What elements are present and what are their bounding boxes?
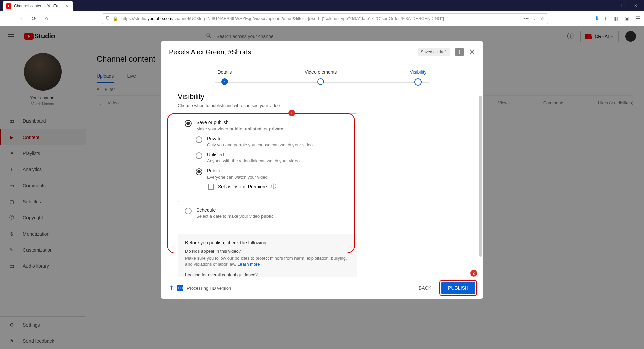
radio-icon <box>185 208 192 214</box>
sidebar-icon[interactable]: ▥ <box>613 15 619 22</box>
home-icon[interactable]: ⌂ <box>42 15 50 23</box>
scrollbar[interactable] <box>479 96 482 257</box>
premiere-label: Set as instant Premiere <box>218 184 267 189</box>
send-feedback-icon[interactable]: ! <box>455 48 464 56</box>
upload-status: ⬆ HD Processing HD version <box>169 284 231 292</box>
modal-body: Visibility Choose when to publish and wh… <box>161 89 483 277</box>
new-tab-button[interactable]: + <box>76 3 80 10</box>
radio-icon <box>196 152 202 159</box>
step-label: Details <box>217 69 232 75</box>
annotation-callout-2: 2 <box>470 270 477 277</box>
shield-icon[interactable]: ⛉ <box>106 16 110 21</box>
checkbox-icon <box>208 184 214 190</box>
reload-icon[interactable]: ⟳ <box>30 15 38 23</box>
premiere-checkbox-row[interactable]: Set as instant Premiere ⓘ <box>208 183 350 190</box>
maximize-icon[interactable]: ❐ <box>621 3 625 8</box>
radio-desc: Select a date to make your video public <box>196 214 350 219</box>
minimize-icon[interactable]: — <box>607 3 611 8</box>
info-question-1: Do kids appear in this video? <box>185 249 350 254</box>
window-titlebar: Channel content - YouTube Stu ✕ + — ❐ ✕ <box>0 0 644 11</box>
close-window-icon[interactable]: ✕ <box>634 3 637 8</box>
modal-title: Pexels Alex Green, #Shorts <box>169 48 418 56</box>
step-label: Video elements <box>305 69 337 75</box>
annotation-callout-1: 1 <box>288 110 295 116</box>
modal-footer: ⬆ HD Processing HD version BACK 2 PUBLIS… <box>161 277 483 299</box>
upload-modal: Pexels Alex Green, #Shorts Saved as draf… <box>161 41 483 299</box>
step-circle-icon <box>317 78 324 85</box>
bookmark-icon[interactable]: ☆ <box>540 16 544 21</box>
account-icon[interactable]: ◉ <box>625 15 629 22</box>
publish-button[interactable]: PUBLISH <box>441 282 475 294</box>
lock-icon[interactable]: 🔒 <box>113 16 118 21</box>
window-controls: — ❐ ✕ <box>607 0 644 11</box>
modal-header: Pexels Alex Green, #Shorts Saved as draf… <box>161 41 483 63</box>
stepper: Details Video elements Visibility <box>161 63 483 89</box>
menu-icon[interactable]: ☰ <box>635 15 640 22</box>
radio-desc: Everyone can watch your video <box>207 174 350 180</box>
help-icon[interactable]: ⓘ <box>271 183 276 190</box>
section-heading: Visibility <box>178 92 466 101</box>
step-details[interactable]: Details <box>217 69 232 85</box>
radio-desc: Anyone with the video link can watch you… <box>207 158 350 163</box>
forward-icon[interactable]: → <box>17 15 25 23</box>
pocket-icon[interactable]: ⌄ <box>533 16 536 21</box>
back-button[interactable]: BACK <box>413 282 437 294</box>
radio-title: Save or publish <box>196 120 350 125</box>
pre-publish-info: Before you publish, check the following:… <box>178 234 357 277</box>
url-text: https://studio.youtube.com/channel/UC3Iu… <box>121 16 521 21</box>
close-modal-icon[interactable]: ✕ <box>469 48 475 56</box>
schedule-card[interactable]: Schedule Select a date to make your vide… <box>178 201 357 225</box>
more-icon[interactable]: ••• <box>524 16 529 21</box>
radio-icon <box>185 120 192 127</box>
browser-toolbar: ← → ⟳ ⌂ ⛉ 🔒 https://studio.youtube.com/c… <box>0 11 644 26</box>
step-active-icon <box>414 78 422 86</box>
section-subtitle: Choose when to publish and who can see y… <box>178 103 466 108</box>
processing-text: Processing HD version <box>187 286 231 291</box>
tab-title: Channel content - YouTube Stu <box>14 4 62 8</box>
modal-overlay: Pexels Alex Green, #Shorts Saved as draf… <box>0 26 644 349</box>
upload-icon: ⬆ <box>169 284 174 292</box>
info-text-1: Make sure you follow our policies to pro… <box>185 255 350 267</box>
radio-private[interactable]: Private Only you and people you choose c… <box>196 136 350 147</box>
info-question-2: Looking for overall content guidance? <box>185 272 350 277</box>
downloads-icon[interactable]: ⬇ <box>595 15 599 22</box>
back-icon[interactable]: ← <box>4 15 12 23</box>
radio-title: Private <box>207 136 350 141</box>
info-heading: Before you publish, check the following: <box>185 240 350 245</box>
close-tab-icon[interactable]: ✕ <box>65 4 70 8</box>
radio-title: Unlisted <box>207 152 350 157</box>
radio-title: Schedule <box>196 207 350 213</box>
hd-badge-icon: HD <box>177 285 183 291</box>
library-icon[interactable]: ⫴ <box>605 16 607 22</box>
step-label: Visibility <box>410 69 426 75</box>
radio-unlisted[interactable]: Unlisted Anyone with the video link can … <box>196 152 350 163</box>
radio-icon <box>196 136 202 143</box>
learn-more-link[interactable]: Learn more <box>237 262 260 267</box>
radio-title: Public <box>207 168 350 173</box>
youtube-favicon-icon <box>6 3 11 9</box>
radio-desc: Make your video public, unlisted, or pri… <box>196 126 350 131</box>
step-done-icon <box>221 78 228 85</box>
browser-tab[interactable]: Channel content - YouTube Stu ✕ <box>3 1 73 11</box>
radio-icon <box>196 168 202 175</box>
radio-desc: Only you and people you choose can watch… <box>207 142 350 147</box>
draft-badge: Saved as draft <box>418 48 450 56</box>
step-visibility[interactable]: Visibility <box>410 69 426 86</box>
step-video-elements[interactable]: Video elements <box>305 69 337 85</box>
radio-save-publish[interactable]: Save or publish Make your video public, … <box>185 120 350 131</box>
url-bar[interactable]: ⛉ 🔒 https://studio.youtube.com/channel/U… <box>102 13 548 24</box>
radio-public[interactable]: Public Everyone can watch your video Set… <box>196 168 350 190</box>
save-publish-card: Save or publish Make your video public, … <box>178 113 357 196</box>
